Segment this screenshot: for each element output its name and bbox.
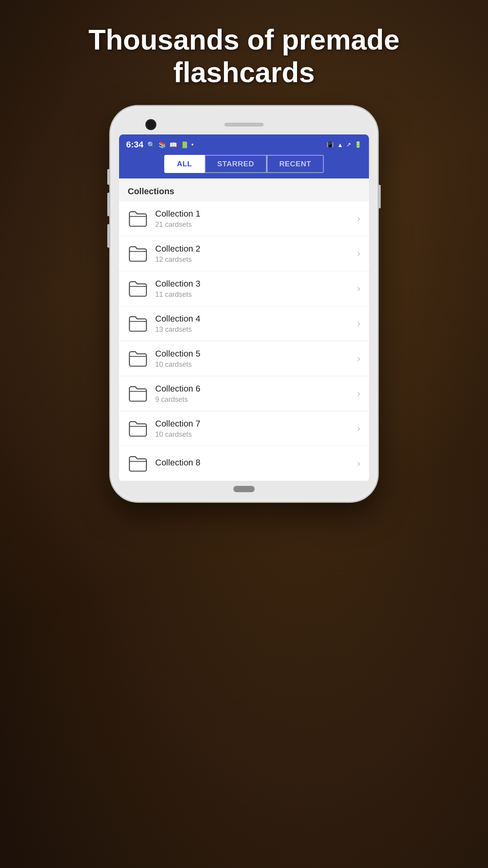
tab-all[interactable]: ALL [164, 155, 204, 173]
notification-icon-4: 📗 [180, 141, 188, 149]
vibrate-icon: 📳 [327, 141, 334, 148]
folder-icon [128, 348, 148, 369]
status-left: 6:34 🔍 📚 📖 📗 • [126, 140, 194, 150]
collection-item-3[interactable]: Collection 3 11 cardsets › [119, 271, 369, 306]
folder-icon [128, 418, 148, 439]
collection-item-6[interactable]: Collection 6 9 cardsets › [119, 376, 369, 411]
chevron-right-icon: › [357, 248, 360, 259]
collection-count: 10 cardsets [155, 360, 357, 369]
folder-icon [128, 243, 148, 264]
status-bar: 6:34 🔍 📚 📖 📗 • 📳 ▲ ↗ 🔋 [119, 134, 369, 155]
power-button [378, 185, 381, 208]
notification-icon-3: 📖 [169, 141, 177, 149]
earpiece [224, 123, 264, 127]
collections-area: Collections Collection 1 21 cardsets › C… [119, 178, 369, 481]
notification-icon-2: 📚 [158, 141, 166, 149]
collection-name: Collection 4 [155, 314, 357, 324]
chevron-right-icon: › [357, 318, 360, 329]
status-notification-icons: 🔍 📚 📖 📗 • [147, 141, 194, 149]
status-time: 6:34 [126, 140, 143, 150]
wifi-icon: ▲ [337, 142, 343, 148]
volume-up-button [107, 193, 110, 216]
collections-list: Collection 1 21 cardsets › Collection 2 … [119, 201, 369, 481]
collection-count: 9 cardsets [155, 395, 357, 404]
home-button[interactable] [233, 486, 255, 492]
folder-icon [128, 208, 148, 229]
folder-icon [128, 313, 148, 334]
collection-name: Collection 1 [155, 209, 357, 219]
battery-icon: 🔋 [354, 141, 362, 148]
collections-heading: Collections [119, 178, 369, 201]
collection-info: Collection 7 10 cardsets [155, 419, 357, 439]
collection-item-5[interactable]: Collection 5 10 cardsets › [119, 341, 369, 376]
chevron-right-icon: › [357, 213, 360, 224]
collection-name: Collection 7 [155, 419, 357, 429]
collection-count: 12 cardsets [155, 256, 357, 264]
tab-bar: ALL STARRED RECENT [119, 155, 369, 178]
front-camera [147, 120, 155, 129]
collection-count: 11 cardsets [155, 291, 357, 299]
signal-icon: ↗ [346, 141, 351, 148]
collection-count: 21 cardsets [155, 221, 357, 229]
phone-mockup: 6:34 🔍 📚 📖 📗 • 📳 ▲ ↗ 🔋 [110, 106, 378, 502]
notification-icon-1: 🔍 [147, 141, 155, 149]
collection-item-8[interactable]: Collection 8 › [119, 446, 369, 481]
tab-starred[interactable]: STARRED [205, 155, 267, 173]
collection-item-4[interactable]: Collection 4 13 cardsets › [119, 306, 369, 341]
phone-screen: 6:34 🔍 📚 📖 📗 • 📳 ▲ ↗ 🔋 [119, 134, 369, 481]
folder-icon [128, 278, 148, 299]
collection-info: Collection 8 [155, 458, 357, 469]
collection-name: Collection 6 [155, 384, 357, 394]
chevron-right-icon: › [357, 423, 360, 434]
hero-title: Thousands of premade flashcards [0, 24, 488, 89]
collection-name: Collection 2 [155, 244, 357, 254]
mute-button [107, 169, 110, 185]
notification-dot: • [191, 141, 194, 148]
collection-info: Collection 1 21 cardsets [155, 209, 357, 229]
collection-item-7[interactable]: Collection 7 10 cardsets › [119, 411, 369, 446]
collection-name: Collection 5 [155, 349, 357, 359]
collection-count: 10 cardsets [155, 430, 357, 439]
phone-bottom [119, 481, 369, 493]
collection-info: Collection 2 12 cardsets [155, 244, 357, 264]
chevron-right-icon: › [357, 353, 360, 364]
collection-count: 13 cardsets [155, 326, 357, 334]
collection-info: Collection 3 11 cardsets [155, 279, 357, 299]
status-right: 📳 ▲ ↗ 🔋 [327, 141, 362, 148]
folder-icon [128, 383, 148, 404]
collection-info: Collection 5 10 cardsets [155, 349, 357, 369]
volume-down-button [107, 224, 110, 248]
phone-top [119, 115, 369, 134]
chevron-right-icon: › [357, 388, 360, 399]
folder-icon [128, 453, 148, 474]
tab-recent[interactable]: RECENT [267, 155, 324, 173]
chevron-right-icon: › [357, 458, 360, 469]
collection-item-1[interactable]: Collection 1 21 cardsets › [119, 201, 369, 236]
collection-name: Collection 3 [155, 279, 357, 289]
collection-info: Collection 6 9 cardsets [155, 384, 357, 404]
chevron-right-icon: › [357, 283, 360, 294]
collection-info: Collection 4 13 cardsets [155, 314, 357, 334]
collection-name: Collection 8 [155, 458, 357, 468]
collection-item-2[interactable]: Collection 2 12 cardsets › [119, 236, 369, 271]
